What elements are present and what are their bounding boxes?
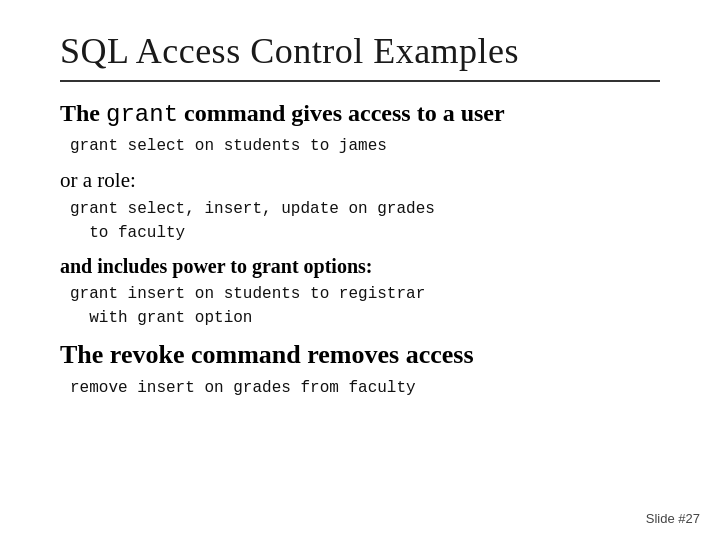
slide: SQL Access Control Examples The grant co…	[0, 0, 720, 540]
section-grant-intro: The grant command gives access to a user…	[60, 100, 660, 158]
section-role: or a role: grant select, insert, update …	[60, 168, 660, 245]
revoke-heading: The revoke command removes access	[60, 340, 660, 370]
heading-prefix: The	[60, 100, 106, 126]
grant-code-3: grant insert on students to registrar wi…	[70, 282, 660, 330]
grant-intro-heading: The grant command gives access to a user	[60, 100, 660, 128]
role-heading: or a role:	[60, 168, 660, 193]
grant-code-1: grant select on students to james	[70, 134, 660, 158]
divider	[60, 80, 660, 82]
section-revoke: The revoke command removes access remove…	[60, 340, 660, 400]
grant-options-heading: and includes power to grant options:	[60, 255, 660, 278]
heading-suffix: command gives access to a user	[178, 100, 505, 126]
grant-code-2: grant select, insert, update on grades t…	[70, 197, 660, 245]
page-title: SQL Access Control Examples	[60, 30, 660, 72]
revoke-code: remove insert on grades from faculty	[70, 376, 660, 400]
grant-keyword: grant	[106, 101, 178, 128]
section-grant-options: and includes power to grant options: gra…	[60, 255, 660, 330]
slide-number: Slide #27	[646, 511, 700, 526]
